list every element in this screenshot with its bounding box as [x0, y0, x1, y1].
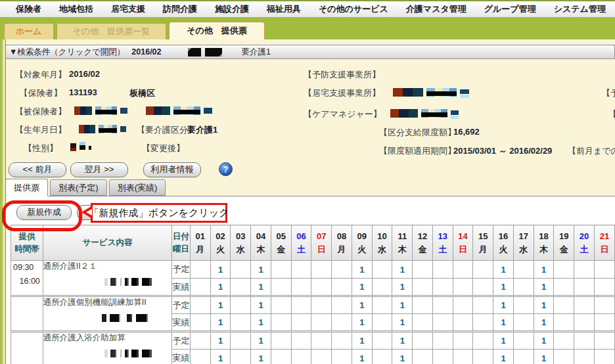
day-cell[interactable]: 1 — [534, 314, 554, 332]
day-cell[interactable] — [311, 314, 332, 332]
day-cell[interactable]: 1 — [352, 296, 372, 314]
day-cell[interactable] — [574, 314, 595, 332]
day-cell[interactable] — [271, 314, 291, 332]
day-cell[interactable] — [332, 279, 352, 296]
day-cell[interactable]: 1 — [392, 314, 413, 332]
day-cell[interactable] — [453, 350, 473, 364]
menu-item[interactable]: グループ管理 — [484, 3, 536, 15]
day-cell[interactable] — [413, 261, 433, 279]
day-cell[interactable] — [473, 332, 493, 350]
day-cell[interactable] — [574, 261, 595, 279]
day-cell[interactable] — [231, 350, 251, 364]
day-cell[interactable]: 1 — [392, 332, 413, 350]
day-cell[interactable] — [432, 314, 453, 332]
menu-item[interactable]: 介護マスタ管理 — [406, 3, 467, 15]
day-cell[interactable] — [473, 261, 493, 279]
day-cell[interactable]: 1 — [251, 350, 271, 364]
day-cell[interactable] — [332, 261, 352, 279]
day-cell[interactable] — [432, 279, 453, 296]
day-cell[interactable] — [291, 332, 311, 350]
day-cell[interactable] — [513, 279, 534, 296]
day-cell[interactable] — [291, 296, 311, 314]
day-cell[interactable] — [513, 332, 534, 350]
day-cell[interactable]: 1 — [534, 350, 554, 364]
day-cell[interactable]: 1 — [534, 332, 554, 350]
day-cell[interactable] — [332, 314, 352, 332]
day-cell[interactable]: 1 — [210, 332, 231, 350]
day-cell[interactable] — [473, 350, 493, 364]
day-cell[interactable] — [271, 332, 291, 350]
menu-item[interactable]: 地域包括 — [59, 3, 93, 15]
day-cell[interactable] — [271, 296, 291, 314]
help-icon[interactable]: ? — [219, 162, 233, 176]
day-cell[interactable] — [271, 350, 291, 364]
day-cell[interactable]: 1 — [251, 314, 271, 332]
day-cell[interactable] — [372, 279, 392, 296]
day-cell[interactable] — [231, 332, 251, 350]
search-condition-bar[interactable]: ▼検索条件（クリックで開閉） 2016/02 要介護1 — [5, 45, 615, 59]
day-cell[interactable] — [473, 314, 493, 332]
day-cell[interactable] — [413, 314, 433, 332]
day-cell[interactable] — [332, 332, 352, 350]
day-cell[interactable] — [291, 314, 311, 332]
menu-item[interactable]: 居宅支援 — [111, 3, 145, 15]
day-cell[interactable] — [594, 350, 614, 364]
menu-item[interactable]: システム管理 — [554, 3, 606, 15]
day-cell[interactable] — [332, 350, 352, 364]
menu-item[interactable]: 保険者 — [16, 3, 41, 15]
day-cell[interactable] — [190, 261, 210, 279]
day-cell[interactable] — [291, 279, 311, 296]
day-cell[interactable] — [513, 350, 534, 364]
day-cell[interactable]: 1 — [210, 350, 231, 364]
day-cell[interactable] — [231, 279, 251, 296]
day-cell[interactable]: 1 — [392, 279, 413, 296]
day-cell[interactable] — [291, 350, 311, 364]
day-cell[interactable] — [190, 279, 210, 296]
day-cell[interactable] — [231, 314, 251, 332]
day-cell[interactable] — [413, 350, 433, 364]
day-cell[interactable]: 1 — [251, 279, 271, 296]
day-cell[interactable] — [453, 314, 473, 332]
day-cell[interactable] — [372, 296, 392, 314]
day-cell[interactable] — [190, 332, 210, 350]
subtab-beppyo-plan[interactable]: 別表(予定) — [50, 179, 107, 196]
day-cell[interactable] — [432, 261, 453, 279]
day-cell[interactable]: 1 — [392, 296, 413, 314]
day-cell[interactable] — [554, 261, 574, 279]
day-cell[interactable] — [594, 296, 614, 314]
day-cell[interactable]: 1 — [251, 296, 271, 314]
day-cell[interactable] — [453, 261, 473, 279]
day-cell[interactable]: 1 — [352, 279, 372, 296]
day-cell[interactable] — [311, 332, 332, 350]
day-cell[interactable] — [594, 314, 614, 332]
day-cell[interactable] — [594, 332, 614, 350]
subtab-beppyo-actual[interactable]: 別表(実績) — [109, 179, 166, 196]
day-cell[interactable] — [554, 350, 574, 364]
day-cell[interactable] — [574, 296, 595, 314]
day-cell[interactable] — [554, 296, 574, 314]
day-cell[interactable]: 1 — [534, 261, 554, 279]
tab-teikyohyo-active[interactable]: その他 提供票 — [169, 22, 265, 39]
day-cell[interactable] — [372, 261, 392, 279]
day-cell[interactable] — [190, 350, 210, 364]
day-cell[interactable]: 1 — [392, 350, 413, 364]
day-cell[interactable]: 1 — [210, 261, 231, 279]
day-cell[interactable]: 1 — [493, 350, 514, 364]
day-cell[interactable] — [231, 296, 251, 314]
day-cell[interactable] — [372, 314, 392, 332]
day-cell[interactable] — [554, 332, 574, 350]
day-cell[interactable]: 1 — [534, 279, 554, 296]
day-cell[interactable] — [432, 350, 453, 364]
day-cell[interactable] — [413, 332, 433, 350]
day-cell[interactable] — [372, 332, 392, 350]
day-cell[interactable]: 1 — [493, 314, 514, 332]
day-cell[interactable] — [311, 261, 332, 279]
day-cell[interactable] — [432, 332, 453, 350]
tab-home[interactable]: ホーム — [4, 23, 54, 39]
day-cell[interactable]: 1 — [251, 261, 271, 279]
menu-item[interactable]: 施設介護 — [215, 3, 249, 15]
day-cell[interactable] — [453, 296, 473, 314]
day-cell[interactable] — [513, 296, 534, 314]
day-cell[interactable] — [594, 261, 614, 279]
day-cell[interactable]: 1 — [210, 314, 231, 332]
